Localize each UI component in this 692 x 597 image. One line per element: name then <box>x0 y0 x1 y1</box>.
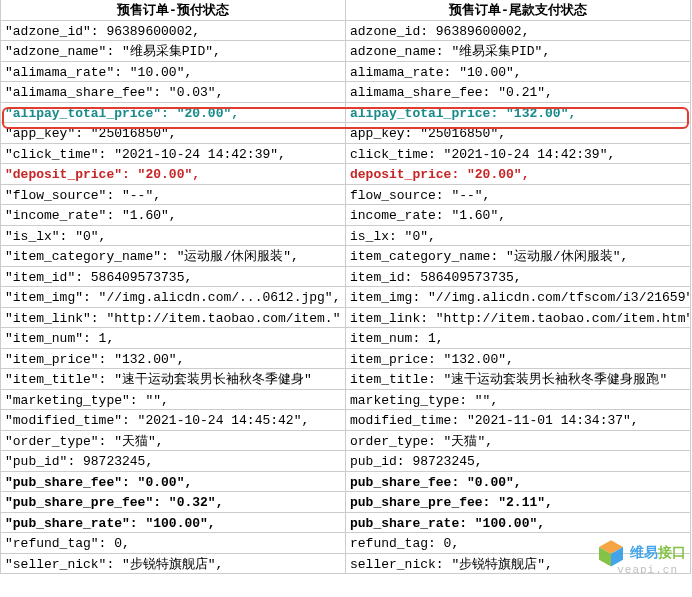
table-row: "item_num": 1, <box>1 328 345 349</box>
json-line: flow_source: "--", <box>350 188 490 203</box>
json-line: "order_type": "天猫", <box>5 434 164 449</box>
json-line: "alipay_total_price": "20.00", <box>5 106 239 121</box>
json-line: adzone_id: 96389600002, <box>350 24 529 39</box>
watermark-logo: 维易 接口 veapi.cn <box>596 538 686 568</box>
json-line: "item_title": "速干运动套装男长袖秋冬季健身" <box>5 372 312 387</box>
table-row: "income_rate": "1.60", <box>1 205 345 226</box>
json-line: "marketing_type": "", <box>5 393 169 408</box>
watermark-domain: veapi.cn <box>617 564 678 574</box>
json-line: "flow_source": "--", <box>5 188 161 203</box>
json-line: "item_img": "//img.alicdn.com/...0612.jp… <box>5 290 340 305</box>
json-line: item_link: "http://item.taobao.com/item.… <box>350 311 690 326</box>
table-row: item_id: 586409573735, <box>346 267 690 288</box>
header-right: 预售订单-尾款支付状态 <box>346 0 690 21</box>
json-line: "item_link": "http://item.taobao.com/ite… <box>5 311 340 326</box>
json-line: marketing_type: "", <box>350 393 498 408</box>
json-line: click_time: "2021-10-24 14:42:39", <box>350 147 615 162</box>
json-line: "is_lx": "0", <box>5 229 106 244</box>
table-row: "adzone_id": 96389600002, <box>1 21 345 42</box>
table-row: "deposit_price": "20.00", <box>1 164 345 185</box>
table-row: alimama_share_fee: "0.21", <box>346 82 690 103</box>
json-line: "income_rate": "1.60", <box>5 208 177 223</box>
table-row: "modified_time": "2021-10-24 14:45:42", <box>1 410 345 431</box>
json-line: "click_time": "2021-10-24 14:42:39", <box>5 147 286 162</box>
json-line: "item_id": 586409573735, <box>5 270 192 285</box>
table-row: "refund_tag": 0, <box>1 533 345 554</box>
table-row: item_price: "132.00", <box>346 349 690 370</box>
json-line: item_category_name: "运动服/休闲服装", <box>350 249 628 264</box>
table-row: item_link: "http://item.taobao.com/item.… <box>346 308 690 329</box>
table-row: pub_id: 98723245, <box>346 451 690 472</box>
table-row: alipay_total_price: "132.00", <box>346 103 690 124</box>
table-row: "alimama_rate": "10.00", <box>1 62 345 83</box>
json-line: modified_time: "2021-11-01 14:34:37", <box>350 413 639 428</box>
table-row: "pub_share_rate": "100.00", <box>1 513 345 534</box>
table-row: item_category_name: "运动服/休闲服装", <box>346 246 690 267</box>
json-line: "modified_time": "2021-10-24 14:45:42", <box>5 413 309 428</box>
json-line: alipay_total_price: "132.00", <box>350 106 576 121</box>
json-line: item_img: "//img.alicdn.com/tfscom/i3/21… <box>350 290 690 305</box>
json-line: adzone_name: "维易采集PID", <box>350 44 550 59</box>
json-line: refund_tag: 0, <box>350 536 459 551</box>
table-row: income_rate: "1.60", <box>346 205 690 226</box>
table-row: flow_source: "--", <box>346 185 690 206</box>
table-row: "pub_share_fee": "0.00", <box>1 472 345 493</box>
json-line: pub_share_rate: "100.00", <box>350 516 545 531</box>
json-line: "pub_share_fee": "0.00", <box>5 475 192 490</box>
table-row: "item_category_name": "运动服/休闲服装", <box>1 246 345 267</box>
json-line: "item_price": "132.00", <box>5 352 184 367</box>
table-row: adzone_name: "维易采集PID", <box>346 41 690 62</box>
table-row: "seller_nick": "步锐特旗舰店", <box>1 554 345 575</box>
json-line: is_lx: "0", <box>350 229 436 244</box>
table-row: item_img: "//img.alicdn.com/tfscom/i3/21… <box>346 287 690 308</box>
column-right: 预售订单-尾款支付状态 adzone_id: 96389600002,adzon… <box>346 0 691 574</box>
table-row: pub_share_rate: "100.00", <box>346 513 690 534</box>
table-row: "item_img": "//img.alicdn.com/...0612.jp… <box>1 287 345 308</box>
json-line: alimama_rate: "10.00", <box>350 65 522 80</box>
json-line: pub_share_pre_fee: "2.11", <box>350 495 553 510</box>
table-row: "alimama_share_fee": "0.03", <box>1 82 345 103</box>
table-row: order_type: "天猫", <box>346 431 690 452</box>
json-line: app_key: "25016850", <box>350 126 506 141</box>
json-line: "seller_nick": "步锐特旗舰店", <box>5 557 223 572</box>
document-root: 预售订单-预付状态 "adzone_id": 96389600002,"adzo… <box>0 0 692 574</box>
table-row: is_lx: "0", <box>346 226 690 247</box>
json-line: "adzone_name": "维易采集PID", <box>5 44 221 59</box>
json-line: "pub_id": 98723245, <box>5 454 153 469</box>
json-line: deposit_price: "20.00", <box>350 167 529 182</box>
json-line: "alimama_share_fee": "0.03", <box>5 85 223 100</box>
watermark-text-1: 维易 <box>630 544 658 562</box>
table-row: click_time: "2021-10-24 14:42:39", <box>346 144 690 165</box>
table-row: item_num: 1, <box>346 328 690 349</box>
json-line: income_rate: "1.60", <box>350 208 506 223</box>
table-row: "marketing_type": "", <box>1 390 345 411</box>
json-line: "deposit_price": "20.00", <box>5 167 200 182</box>
table-row: "is_lx": "0", <box>1 226 345 247</box>
json-line: alimama_share_fee: "0.21", <box>350 85 553 100</box>
table-row: "order_type": "天猫", <box>1 431 345 452</box>
table-row: "adzone_name": "维易采集PID", <box>1 41 345 62</box>
watermark-text-2: 接口 <box>658 544 686 562</box>
json-line: pub_id: 98723245, <box>350 454 483 469</box>
table-row: app_key: "25016850", <box>346 123 690 144</box>
json-line: pub_share_fee: "0.00", <box>350 475 522 490</box>
comparison-table: 预售订单-预付状态 "adzone_id": 96389600002,"adzo… <box>0 0 692 574</box>
json-line: item_title: "速干运动套装男长袖秋冬季健身服跑" <box>350 372 667 387</box>
json-line: "item_num": 1, <box>5 331 114 346</box>
table-row: marketing_type: "", <box>346 390 690 411</box>
table-row: "app_key": "25016850", <box>1 123 345 144</box>
json-line: item_price: "132.00", <box>350 352 514 367</box>
table-row: "alipay_total_price": "20.00", <box>1 103 345 124</box>
table-row: alimama_rate: "10.00", <box>346 62 690 83</box>
table-row: "pub_id": 98723245, <box>1 451 345 472</box>
table-row: modified_time: "2021-11-01 14:34:37", <box>346 410 690 431</box>
json-line: item_id: 586409573735, <box>350 270 522 285</box>
json-line: item_num: 1, <box>350 331 444 346</box>
json-line: "adzone_id": 96389600002, <box>5 24 200 39</box>
table-row: "pub_share_pre_fee": "0.32", <box>1 492 345 513</box>
table-row: "item_link": "http://item.taobao.com/ite… <box>1 308 345 329</box>
table-row: "item_id": 586409573735, <box>1 267 345 288</box>
table-row: pub_share_fee: "0.00", <box>346 472 690 493</box>
json-line: "item_category_name": "运动服/休闲服装", <box>5 249 299 264</box>
json-line: "pub_share_pre_fee": "0.32", <box>5 495 223 510</box>
